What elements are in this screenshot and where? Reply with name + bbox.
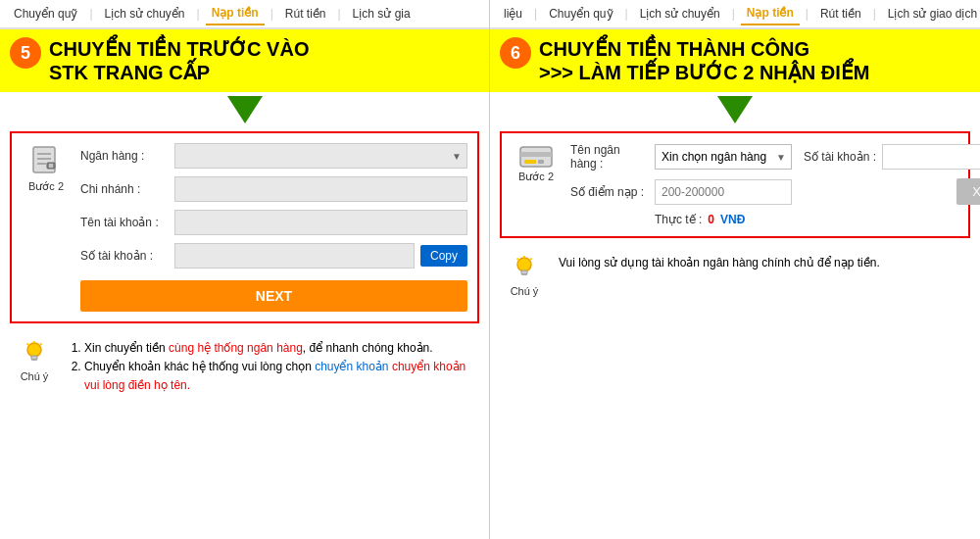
right-points-row: Số điểm nạp : Xác nhận <box>570 178 980 205</box>
left-arrow <box>0 92 489 127</box>
bank-label: Ngân hàng : <box>80 149 169 163</box>
svg-rect-18 <box>521 270 527 274</box>
copy-button[interactable]: Copy <box>420 245 467 267</box>
right-points-input[interactable] <box>655 179 792 205</box>
svg-rect-8 <box>31 356 37 360</box>
svg-line-11 <box>27 344 29 346</box>
bank-select-wrap <box>174 143 467 169</box>
right-nav-lichsugd[interactable]: Lịch sử giao dịch <box>882 3 980 24</box>
left-nav-lichsu[interactable]: Lịch sử chuyển <box>99 3 191 24</box>
right-note-label: Chú ý <box>511 285 539 297</box>
svg-line-22 <box>530 259 532 261</box>
card-icon <box>518 143 554 171</box>
right-arrow <box>490 92 980 127</box>
right-actual-row: Thực tế : 0 VNĐ <box>570 213 980 226</box>
right-bank-row: Tên ngân hàng : Xin chọn ngân hàng Số tà… <box>570 143 980 171</box>
account-name-label: Tên tài khoản : <box>80 216 169 229</box>
right-notes-content: Vui lòng sử dụng tài khoản ngân hàng chí… <box>559 254 970 297</box>
account-number-row: Số tài khoản : Copy <box>80 243 467 269</box>
right-down-arrow-icon <box>717 96 753 123</box>
right-step-title: CHUYỂN TIỀN THÀNH CÔNG >>> LÀM TIẾP BƯỚC… <box>539 37 869 84</box>
account-name-input[interactable] <box>174 210 467 235</box>
branch-row: Chi nhánh : <box>80 176 467 202</box>
right-nav-chuyenquy[interactable]: Chuyển quỹ <box>543 3 618 24</box>
right-actual-label: Thực tế : <box>655 213 702 226</box>
right-nav-naptien[interactable]: Nạp tiền <box>741 2 800 25</box>
right-nav-lichsu[interactable]: Lịch sử chuyển <box>634 3 726 24</box>
left-step-banner: 5 CHUYỂN TIỀN TRƯỚC VÀO STK TRANG CẤP <box>0 29 489 92</box>
right-nav-lieu[interactable]: liệu <box>498 3 528 24</box>
left-notes-content: Xin chuyển tiền cùng hệ thống ngân hàng,… <box>69 339 479 396</box>
right-note-text: Vui lòng sử dụng tài khoản ngân hàng chí… <box>559 256 880 270</box>
bank-row: Ngân hàng : <box>80 143 467 169</box>
branch-label: Chi nhánh : <box>80 182 169 196</box>
right-bank-select-wrap: Xin chọn ngân hàng <box>655 144 792 170</box>
right-step-banner: 6 CHUYỂN TIỀN THÀNH CÔNG >>> LÀM TIẾP BƯ… <box>490 29 980 92</box>
edit-icon <box>29 143 63 176</box>
note-highlight-1: cùng hệ thống ngân hàng <box>169 341 303 355</box>
right-lightbulb-icon <box>511 254 538 281</box>
note-highlight-3: chuyển khoản vui lòng điền họ tên. <box>84 360 466 392</box>
right-step-circle: 6 <box>500 37 531 69</box>
right-account-input[interactable] <box>882 144 980 170</box>
branch-input[interactable] <box>174 176 467 202</box>
right-bank-select[interactable]: Xin chọn ngân hàng <box>655 144 792 170</box>
left-notes-section: Chú ý Xin chuyển tiền cùng hệ thống ngân… <box>0 331 489 404</box>
right-points-label: Số điểm nạp : <box>570 185 649 199</box>
left-nav-ruttien[interactable]: Rút tiền <box>279 3 332 24</box>
right-form-fields: Tên ngân hàng : Xin chọn ngân hàng Số tà… <box>570 143 980 226</box>
right-actual-value: 0 <box>708 213 714 226</box>
left-step-title: CHUYỂN TIỀN TRƯỚC VÀO STK TRANG CẤP <box>49 37 309 84</box>
next-button[interactable]: NEXT <box>80 280 467 312</box>
right-note-icon-area: Chú ý <box>500 254 549 297</box>
left-nav-naptien[interactable]: Nạp tiền <box>206 2 265 25</box>
svg-rect-15 <box>524 160 536 164</box>
right-step-label: Bước 2 <box>518 171 554 183</box>
left-note-label: Chú ý <box>21 370 49 382</box>
left-form-fields: Ngân hàng : Chi nhánh : Tên tài khoản : … <box>80 143 467 312</box>
right-panel: liệu | Chuyển quỹ | Lịch sử chuyển | Nạp… <box>490 0 980 539</box>
right-nav-ruttien[interactable]: Rút tiền <box>814 3 867 24</box>
svg-rect-16 <box>538 160 544 164</box>
right-nav: liệu | Chuyển quỹ | Lịch sử chuyển | Nạp… <box>490 0 980 29</box>
right-bank-label: Tên ngân hàng : <box>570 143 649 171</box>
bank-select[interactable] <box>174 143 467 169</box>
left-panel: Chuyển quỹ | Lịch sử chuyển | Nạp tiền |… <box>0 0 490 539</box>
account-number-label: Số tài khoản : <box>80 249 169 263</box>
left-note-icon-area: Chú ý <box>10 339 59 396</box>
left-nav-lichsugia[interactable]: Lịch sử gia <box>347 3 416 24</box>
svg-rect-4 <box>47 163 55 169</box>
svg-line-21 <box>517 259 519 261</box>
account-number-input[interactable] <box>174 243 415 269</box>
left-form-section: Bước 2 Ngân hàng : Chi nhánh : Tên tài k… <box>10 131 479 323</box>
svg-rect-14 <box>520 152 552 157</box>
right-notes-section: Chú ý Vui lòng sử dụng tài khoản ngân hà… <box>490 246 980 305</box>
right-form-section: Bước 2 Tên ngân hàng : Xin chọn ngân hàn… <box>500 131 970 238</box>
down-arrow-icon <box>227 96 263 123</box>
left-step-label: Bước 2 <box>28 180 64 193</box>
lightbulb-icon <box>21 339 48 367</box>
left-nav: Chuyển quỹ | Lịch sử chuyển | Nạp tiền |… <box>0 0 489 29</box>
note-highlight-2: chuyển khoản <box>315 360 388 373</box>
right-account-label: Số tài khoản : <box>798 150 876 164</box>
svg-point-7 <box>27 343 41 357</box>
account-name-row: Tên tài khoản : <box>80 210 467 235</box>
right-actual-currency: VNĐ <box>720 213 745 226</box>
svg-line-12 <box>40 344 42 346</box>
right-step-icon-area: Bước 2 <box>512 143 561 226</box>
right-confirm-button[interactable]: Xác nhận <box>956 178 980 205</box>
left-step-icon-area: Bước 2 <box>22 143 71 312</box>
svg-point-17 <box>517 258 531 271</box>
left-step-circle: 5 <box>10 37 41 69</box>
left-nav-chuyenquy[interactable]: Chuyển quỹ <box>8 3 83 24</box>
